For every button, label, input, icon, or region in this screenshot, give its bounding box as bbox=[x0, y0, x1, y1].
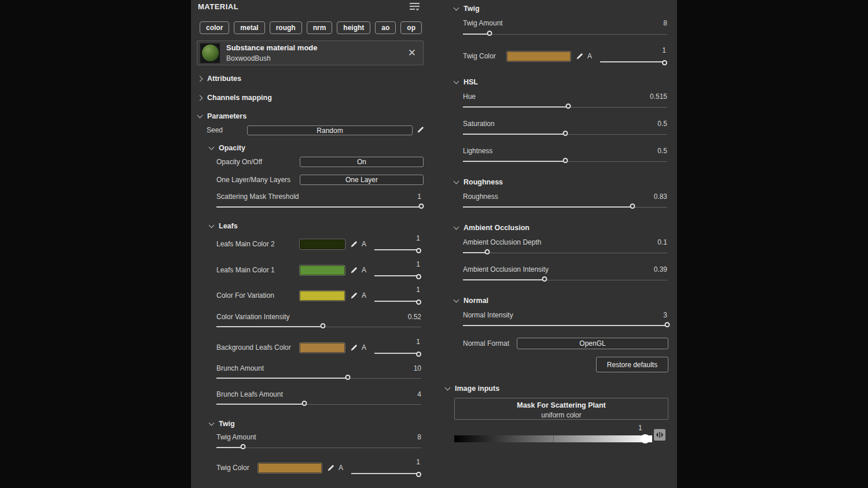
section-header-twig[interactable]: Twig bbox=[454, 5, 480, 13]
param-label: Ambient Occlusion Intensity bbox=[463, 265, 549, 273]
alpha-slider[interactable]: 1 bbox=[348, 458, 421, 478]
slider-handle[interactable] bbox=[321, 323, 326, 328]
layers-label: One Layer/Many Layers bbox=[216, 176, 290, 184]
slider-fill bbox=[463, 206, 632, 208]
slider-handle[interactable] bbox=[562, 131, 568, 136]
opacity-onoff-button[interactable]: On bbox=[300, 157, 424, 167]
slider-handle[interactable] bbox=[302, 401, 307, 406]
eyedropper-button[interactable] bbox=[350, 240, 358, 248]
tab-color[interactable]: color bbox=[200, 21, 229, 34]
eyedropper-button[interactable] bbox=[350, 343, 358, 352]
mask-level-control: 1 bbox=[454, 424, 668, 445]
slider-handle[interactable] bbox=[416, 248, 421, 253]
chevron-down-icon bbox=[209, 223, 215, 228]
eyedropper-button[interactable] bbox=[350, 291, 358, 300]
mask-level-gradient-slider[interactable] bbox=[454, 435, 652, 442]
slider-handle[interactable] bbox=[487, 31, 492, 36]
ao-depth-slider[interactable] bbox=[463, 249, 667, 257]
material-preview-sphere bbox=[202, 45, 219, 61]
slider-handle[interactable] bbox=[416, 352, 421, 357]
seed-value-button[interactable]: Random bbox=[247, 125, 413, 135]
slider-handle[interactable] bbox=[345, 375, 350, 380]
eyedropper-button[interactable] bbox=[350, 266, 358, 274]
eyedropper-button[interactable] bbox=[327, 464, 335, 472]
close-icon[interactable]: ✕ bbox=[408, 48, 416, 58]
color-swatch[interactable] bbox=[299, 239, 345, 250]
tab-nrm[interactable]: nrm bbox=[307, 21, 333, 34]
param-label: Brunch Leafs Amount bbox=[216, 390, 283, 398]
scattering-mask-threshold-slider[interactable] bbox=[216, 204, 421, 211]
section-title: Twig bbox=[464, 5, 480, 13]
alpha-slider[interactable]: 1 bbox=[371, 286, 421, 305]
leafs-main-color-1-row: Leafs Main Color 1 A 1 bbox=[216, 260, 421, 280]
alpha-slider[interactable]: 1 bbox=[597, 46, 667, 66]
section-header-roughness[interactable]: Roughness bbox=[454, 178, 503, 186]
chevron-down-icon bbox=[209, 145, 215, 150]
mask-for-scattering-plant-input[interactable]: Mask For Scattering Plant uniform color bbox=[454, 398, 668, 420]
section-header-image-inputs[interactable]: Image inputs bbox=[446, 385, 499, 393]
layers-button[interactable]: One Layer bbox=[300, 175, 424, 185]
panel-menu-button[interactable] bbox=[409, 2, 420, 11]
normal-intensity-row: Normal Intensity 3 bbox=[463, 310, 667, 320]
color-swatch[interactable] bbox=[299, 290, 345, 301]
restore-defaults-button[interactable]: Restore defaults bbox=[596, 357, 668, 372]
param-label: Twig Amount bbox=[216, 433, 256, 441]
eyedropper-button[interactable] bbox=[576, 52, 584, 60]
normal-format-button[interactable]: OpenGL bbox=[517, 338, 668, 349]
section-header-leafs[interactable]: Leafs bbox=[209, 222, 238, 230]
invert-gradient-button[interactable] bbox=[654, 429, 665, 441]
color-variation-intensity-slider[interactable] bbox=[216, 323, 421, 331]
section-header-ambient-occlusion[interactable]: Ambient Occlusion bbox=[454, 224, 529, 232]
color-swatch[interactable] bbox=[258, 463, 322, 474]
section-header-channels-mapping[interactable]: Channels mapping bbox=[198, 94, 272, 102]
ao-intensity-slider[interactable] bbox=[463, 276, 667, 284]
section-header-opacity[interactable]: Opacity bbox=[209, 144, 245, 152]
param-value: 3 bbox=[663, 311, 667, 319]
slider-handle[interactable] bbox=[662, 60, 667, 65]
twig-amount-slider[interactable] bbox=[216, 444, 421, 452]
section-title: Channels mapping bbox=[207, 94, 272, 102]
section-header-attributes[interactable]: Attributes bbox=[198, 75, 241, 83]
roughness-row: Roughness 0.83 bbox=[463, 192, 667, 201]
roughness-slider[interactable] bbox=[463, 204, 667, 211]
alpha-value: 1 bbox=[416, 458, 420, 466]
section-title: Ambient Occlusion bbox=[464, 224, 529, 232]
color-swatch[interactable] bbox=[299, 342, 345, 353]
tab-ao[interactable]: ao bbox=[375, 21, 396, 34]
section-header-parameters[interactable]: Parameters bbox=[198, 112, 247, 120]
seed-edit-button[interactable] bbox=[417, 125, 425, 134]
slider-handle[interactable] bbox=[562, 158, 568, 163]
slider-fill bbox=[463, 134, 565, 135]
slider-handle[interactable] bbox=[641, 434, 650, 443]
slider-handle[interactable] bbox=[630, 204, 635, 209]
section-header-twig[interactable]: Twig bbox=[209, 420, 235, 428]
lightness-slider[interactable] bbox=[463, 158, 667, 165]
hue-slider[interactable] bbox=[463, 103, 667, 111]
twig-amount-slider[interactable] bbox=[463, 31, 667, 38]
slider-handle[interactable] bbox=[665, 322, 670, 327]
tab-rough[interactable]: rough bbox=[270, 21, 302, 34]
alpha-slider[interactable]: 1 bbox=[371, 260, 421, 280]
brunch-amount-slider[interactable] bbox=[216, 375, 421, 382]
slider-handle[interactable] bbox=[241, 444, 246, 449]
slider-handle[interactable] bbox=[485, 249, 490, 254]
tab-op[interactable]: op bbox=[400, 21, 422, 34]
slider-handle[interactable] bbox=[542, 276, 547, 282]
slider-handle[interactable] bbox=[416, 274, 421, 279]
tab-height[interactable]: height bbox=[337, 21, 370, 34]
slider-handle[interactable] bbox=[419, 204, 424, 209]
alpha-slider[interactable]: 1 bbox=[371, 234, 421, 254]
slider-handle[interactable] bbox=[565, 103, 571, 109]
slider-handle[interactable] bbox=[416, 300, 421, 305]
section-title: Twig bbox=[219, 420, 235, 428]
tab-metal[interactable]: metal bbox=[234, 21, 264, 34]
section-header-normal[interactable]: Normal bbox=[454, 297, 488, 305]
saturation-slider[interactable] bbox=[463, 131, 667, 138]
alpha-slider[interactable]: 1 bbox=[371, 338, 421, 357]
normal-intensity-slider[interactable] bbox=[463, 322, 667, 330]
section-header-hsl[interactable]: HSL bbox=[454, 78, 478, 86]
brunch-leafs-amount-slider[interactable] bbox=[216, 401, 421, 408]
color-swatch[interactable] bbox=[506, 51, 571, 62]
color-swatch[interactable] bbox=[299, 265, 345, 276]
slider-handle[interactable] bbox=[416, 472, 421, 477]
